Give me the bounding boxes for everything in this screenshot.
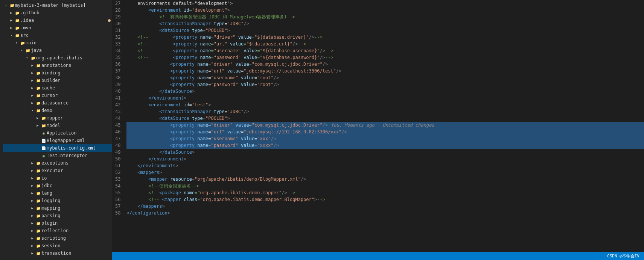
tree-item-src[interactable]: ▾📁src (3, 32, 112, 39)
tree-item-cursor[interactable]: ▶📁cursor (3, 92, 112, 99)
line-number: 55 (115, 189, 120, 196)
line-numbers: 2728293031323334353637383940414243444546… (112, 0, 123, 252)
code-text: <environment id="test"> (126, 101, 211, 108)
arrow-icon: ▶ (29, 220, 35, 226)
activity-bar (0, 0, 3, 260)
tree-label: mapping (41, 206, 111, 211)
tree-label: Application (47, 130, 111, 136)
code-line: <property name="username" value="root"/> (126, 74, 644, 81)
tree-item-mapper[interactable]: ▶📁mapper (3, 114, 112, 122)
code-line: </environments> (126, 162, 644, 169)
tree-item-exceptions[interactable]: ▶📁exceptions (3, 159, 112, 167)
class-file-icon: ◉ (41, 153, 47, 159)
code-text: <!-- <property name="driver" value="${da… (126, 34, 322, 41)
line-number: 30 (115, 20, 120, 27)
folder-icon: 📁 (35, 168, 41, 174)
folder-icon: 📁 (35, 70, 41, 76)
tree-item-logging[interactable]: ▶📁logging (3, 197, 112, 204)
tree-label: scripting (41, 236, 111, 241)
line-number: 37 (115, 68, 120, 74)
tree-item-binding[interactable]: ▶📁binding (3, 69, 112, 77)
arrow-icon: ▶ (29, 213, 35, 219)
arrow-icon: ▶ (29, 175, 35, 181)
folder-icon: 📁 (35, 107, 41, 113)
tree-item-transaction[interactable]: ▶📁transaction (3, 249, 112, 257)
line-number: 35 (115, 54, 120, 61)
tree-item-model[interactable]: ▶📁model (3, 122, 112, 129)
tree-label: demo (41, 108, 111, 113)
tree-label: binding (41, 70, 111, 76)
tree-label: cache (41, 85, 111, 91)
tree-item-Application[interactable]: ◉Application (3, 129, 112, 137)
tree-item-annotations[interactable]: ▶📁annotations (3, 62, 112, 69)
code-text: <transactionManager type="JDBC"/> (126, 20, 249, 27)
code-line: <property name="username" value="xxx"/> (126, 135, 644, 142)
tree-item-io[interactable]: ▶📁io (3, 174, 112, 182)
tree-item-executor[interactable]: ▶📁executor (3, 167, 112, 174)
tree-item-main[interactable]: ▾📁main (3, 39, 112, 47)
code-line: <property name="driver" value="com.mysql… (126, 122, 644, 128)
tree-label: reflection (41, 228, 111, 233)
line-number: 49 (115, 149, 120, 156)
code-line: </environment> (126, 156, 644, 162)
tree-label: jdbc (41, 183, 111, 188)
code-line: </mappers> (126, 203, 644, 210)
tree-item-root[interactable]: ▾📁mybatis-3-master [mybatis] (3, 2, 112, 9)
code-line: <!-- <property name="url" value="${datab… (126, 41, 644, 47)
arrow-icon: ▶ (29, 100, 35, 106)
arrow-icon: ▶ (29, 85, 35, 91)
folder-icon: 📁 (14, 32, 20, 38)
line-number: 27 (115, 0, 120, 7)
code-text: <dataSource type="POOLED"> (126, 27, 230, 34)
folder-icon: 📁 (20, 40, 26, 46)
folder-icon: 📁 (35, 243, 41, 249)
tree-item-jdbc[interactable]: ▶📁jdbc (3, 182, 112, 189)
tree-label: parsing (41, 213, 111, 218)
tree-item-datasource[interactable]: ▶📁datasource (3, 99, 112, 107)
tree-item-session[interactable]: ▶📁session (3, 242, 112, 249)
modified-badge: ● (108, 18, 111, 23)
file-tree: ▾📁mybatis-3-master [mybatis]▶📁.github▶📁.… (3, 0, 112, 260)
line-number: 50 (115, 156, 120, 162)
code-line: </environment> (126, 95, 644, 101)
tree-item-mvn[interactable]: ▶📁.mvn (3, 24, 112, 32)
tree-item-java[interactable]: ▾📁java (3, 47, 112, 54)
arrow-icon: ▾ (24, 55, 30, 61)
tree-item-reflection[interactable]: ▶📁reflection (3, 227, 112, 234)
tree-label: logging (41, 198, 111, 203)
code-text: <!--有两种事务管理器 JDBC 和 Manage(web容器管理事务)--> (126, 14, 295, 20)
tree-item-demo[interactable]: ▾📁demo (3, 107, 112, 114)
code-text: <property name="password" value="root"/> (126, 81, 279, 88)
code-line: <mappers> (126, 169, 644, 176)
arrow-icon: ▶ (29, 235, 35, 241)
tree-label: datasource (41, 100, 111, 106)
folder-icon: 📁 (41, 122, 47, 128)
tree-item-github[interactable]: ▶📁.github (3, 9, 112, 17)
code-text: <property name="url" value="jdbc:mysql:/… (126, 128, 347, 135)
tree-item-plugin[interactable]: ▶📁plugin (3, 219, 112, 227)
line-number: 52 (115, 169, 120, 176)
code-text: </environment> (126, 95, 186, 101)
arrow-icon: ▶ (29, 198, 35, 204)
tree-item-scripting[interactable]: ▶📁scripting (3, 234, 112, 242)
folder-icon: 📁 (35, 228, 41, 234)
tree-item-BlogMapper[interactable]: 📄BlogMapper.xml (3, 137, 112, 144)
tree-item-org[interactable]: ▾📁org.apache.ibatis (3, 54, 112, 62)
code-text: <property name="username" value="root"/> (126, 74, 279, 81)
tree-item-parsing[interactable]: ▶📁parsing (3, 212, 112, 219)
tree-item-mapping[interactable]: ▶📁mapping (3, 204, 112, 212)
status-bar: CSDN @不学会IV (112, 252, 644, 260)
line-number: 47 (115, 135, 120, 142)
arrow-icon: ▶ (8, 10, 14, 16)
tree-item-idea[interactable]: ▶📁.idea● (3, 17, 112, 24)
tree-item-builder[interactable]: ▶📁builder (3, 77, 112, 84)
tree-item-mybatis-config[interactable]: 📄mybatis-config.xml (3, 144, 112, 152)
tree-item-cache[interactable]: ▶📁cache (3, 84, 112, 92)
arrow-icon: ▶ (29, 160, 35, 166)
line-number: 34 (115, 47, 120, 54)
folder-icon: 📁 (35, 160, 41, 166)
code-line: <!--<package name="org.apache.ibatis.dem… (126, 189, 644, 196)
line-number: 28 (115, 7, 120, 14)
tree-item-lang[interactable]: ▶📁lang (3, 189, 112, 197)
tree-item-TestInterceptor[interactable]: ◉TestInterceptor (3, 152, 112, 159)
